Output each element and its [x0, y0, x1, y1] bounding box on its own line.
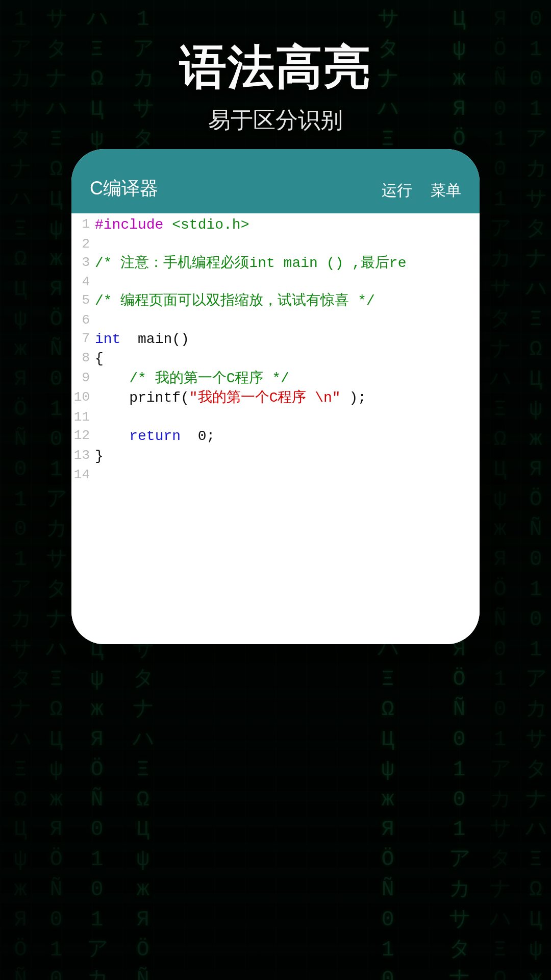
line-number: 9	[71, 369, 95, 389]
line-number: 5	[71, 291, 95, 311]
page-header: 语法高亮 易于区分识别	[0, 36, 551, 135]
code-line[interactable]: 14	[71, 466, 480, 484]
code-content[interactable]: }	[95, 447, 480, 467]
code-line[interactable]: 2	[71, 235, 480, 254]
code-content[interactable]	[95, 273, 480, 291]
page-title: 语法高亮	[0, 36, 551, 99]
code-line[interactable]: 8{	[71, 349, 480, 369]
page-subtitle: 易于区分识别	[0, 105, 551, 135]
code-content[interactable]: #include <stdio.h>	[95, 215, 480, 235]
line-number: 8	[71, 349, 95, 369]
line-number: 14	[71, 466, 95, 484]
matrix-column: カ サ タ ナ ハ Ξ Ω Ц ψ ж Я Ö Ñ 0 1 0 1 ア カ サ …	[46, 0, 66, 980]
code-line[interactable]: 7int main()	[71, 330, 480, 350]
matrix-column: ж Я Ö Ñ 0 1 0 1 ア カ サ タ ナ ハ Ξ Ω Ц ψ ж Я …	[490, 0, 510, 980]
line-number: 6	[71, 311, 95, 330]
line-number: 11	[71, 408, 95, 427]
matrix-column: Ñ 0 1 0 1 ア カ サ タ ナ ハ Ξ Ω Ц ψ ж Я Ö Ñ 0 …	[525, 0, 546, 980]
run-button[interactable]: 运行	[382, 180, 412, 201]
code-line[interactable]: 13}	[71, 447, 480, 467]
code-line[interactable]: 5/* 编程页面可以双指缩放，试试有惊喜 */	[71, 291, 480, 311]
code-content[interactable]: /* 编程页面可以双指缩放，试试有惊喜 */	[95, 291, 480, 311]
code-editor[interactable]: 1#include <stdio.h>23/* 注意：手机编程必须int mai…	[71, 213, 480, 644]
line-number: 3	[71, 254, 95, 274]
app-title: C编译器	[90, 176, 363, 201]
line-number: 2	[71, 235, 95, 254]
code-content[interactable]: printf("我的第一个C程序 \n" );	[95, 388, 480, 408]
line-number: 1	[71, 215, 95, 235]
code-content[interactable]: /* 我的第一个C程序 */	[95, 369, 480, 389]
code-line[interactable]: 6	[71, 311, 480, 330]
code-line[interactable]: 3/* 注意：手机编程必须int main () ,最后re	[71, 254, 480, 274]
code-content[interactable]: return 0;	[95, 427, 480, 447]
line-number: 7	[71, 330, 95, 350]
code-content[interactable]: /* 注意：手机编程必须int main () ,最后re	[95, 254, 480, 274]
code-line[interactable]: 4	[71, 273, 480, 291]
line-number: 12	[71, 427, 95, 447]
line-number: 10	[71, 388, 95, 408]
code-content[interactable]	[95, 408, 480, 427]
code-content[interactable]	[95, 466, 480, 484]
code-content[interactable]: {	[95, 349, 480, 369]
menu-button[interactable]: 菜单	[431, 180, 461, 201]
app-bar: C编译器 运行 菜单	[71, 149, 480, 213]
phone-frame: C编译器 运行 菜单 1#include <stdio.h>23/* 注意：手机…	[71, 149, 480, 644]
line-number: 13	[71, 447, 95, 467]
matrix-column: 0 1 ア カ サ タ ナ ハ Ξ Ω Ц ψ ж Я Ö Ñ 0 1 0 1 …	[10, 0, 31, 980]
code-line[interactable]: 10 printf("我的第一个C程序 \n" );	[71, 388, 480, 408]
code-content[interactable]: int main()	[95, 330, 480, 350]
code-line[interactable]: 9 /* 我的第一个C程序 */	[71, 369, 480, 389]
code-content[interactable]	[95, 235, 480, 254]
code-line[interactable]: 12 return 0;	[71, 427, 480, 447]
code-content[interactable]	[95, 311, 480, 330]
line-number: 4	[71, 273, 95, 291]
code-line[interactable]: 1#include <stdio.h>	[71, 215, 480, 235]
code-line[interactable]: 11	[71, 408, 480, 427]
